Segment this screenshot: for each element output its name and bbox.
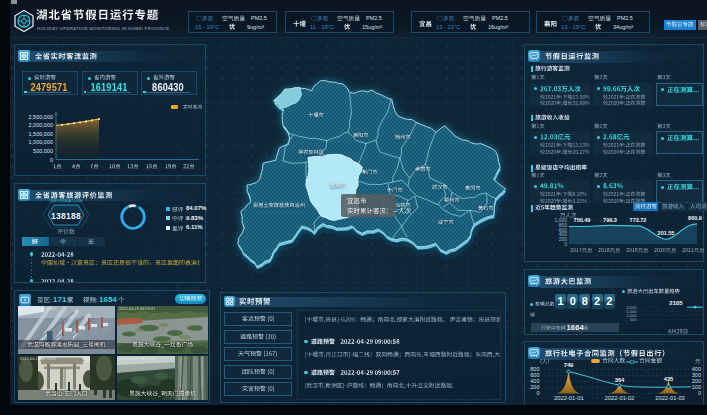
svg-text:749: 749 <box>564 362 574 368</box>
svg-text:1,500,000: 1,500,000 <box>29 131 53 137</box>
svg-text:2105: 2105 <box>669 300 683 306</box>
svg-text:750.49: 750.49 <box>574 217 591 223</box>
svg-text:0: 0 <box>536 390 539 396</box>
svg-text:2,000,000: 2,000,000 <box>29 122 53 128</box>
svg-text:0: 0 <box>698 390 701 396</box>
svg-text:773.72: 773.72 <box>630 217 647 223</box>
svg-text:500: 500 <box>630 317 637 322</box>
svg-text:2,500,000: 2,500,000 <box>29 114 53 120</box>
svg-text:860.9: 860.9 <box>688 215 702 221</box>
svg-text:138188: 138188 <box>51 211 81 221</box>
svg-text:799.3: 799.3 <box>603 217 617 223</box>
svg-text:500,000: 500,000 <box>33 148 53 154</box>
svg-text:1,000,000: 1,000,000 <box>29 139 53 145</box>
svg-text:0: 0 <box>564 241 567 247</box>
svg-text:435: 435 <box>664 376 674 382</box>
svg-text:201.55: 201.55 <box>658 230 675 236</box>
svg-text:364: 364 <box>615 377 625 383</box>
